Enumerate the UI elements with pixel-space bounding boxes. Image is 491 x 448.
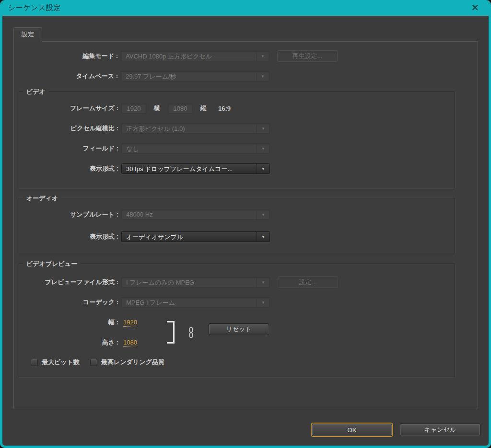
settings-panel: 編集モード : AVCHD 1080p 正方形ピクセル ▼ 再生設定... タイ…: [13, 41, 478, 409]
audio-group-legend: オーディオ: [23, 194, 61, 203]
pixel-aspect-label: ピクセル縦横比 :: [19, 124, 121, 133]
chevron-down-icon: ▼: [257, 210, 269, 219]
frame-size-row: フレームサイズ : 1920 横 1080 縦 16:9: [19, 103, 455, 114]
video-group-legend: ビデオ: [23, 88, 49, 96]
playback-settings-button: 再生設定...: [277, 50, 338, 62]
timebase-value: 29.97 フレーム/秒: [121, 71, 256, 81]
video-preview-group: ビデオプレビュー プレビューファイル形式 : I フレームのみの MPEG ▼ …: [19, 264, 455, 377]
editing-mode-select: AVCHD 1080p 正方形ピクセル ▼: [121, 51, 269, 61]
editing-mode-label: 編集モード :: [14, 52, 121, 60]
vertical-unit-label: 縦: [200, 104, 207, 113]
chevron-down-icon: ▼: [256, 71, 269, 81]
frame-height-input: 1080: [168, 103, 193, 114]
preview-file-format-select: I フレームのみの MPEG ▼: [121, 277, 270, 287]
ok-button[interactable]: OK: [312, 424, 392, 436]
preview-height-label: 高さ :: [19, 338, 121, 347]
sample-rate-label: サンプルレート :: [19, 210, 121, 219]
audio-display-format-label: 表示形式 :: [19, 232, 121, 241]
chevron-down-icon: ▼: [257, 298, 269, 307]
chevron-down-icon: ▼: [257, 277, 269, 287]
titlebar[interactable]: シーケンス設定 ✕: [2, 0, 489, 16]
sample-rate-row: サンプルレート : 48000 Hz ▼: [19, 209, 455, 220]
audio-display-format-select[interactable]: オーディオサンプル ▼: [121, 231, 270, 242]
close-icon[interactable]: ✕: [468, 1, 482, 14]
video-preview-group-legend: ビデオプレビュー: [23, 260, 81, 268]
audio-display-format-value: オーディオサンプル: [122, 232, 257, 241]
max-bit-depth-label: 最大ビット数: [42, 358, 80, 367]
pixel-aspect-row: ピクセル縦横比 : 正方形ピクセル (1.0) ▼: [19, 123, 455, 134]
codec-select: MPEG I フレーム ▼: [121, 297, 270, 308]
fields-value: なし: [122, 144, 257, 153]
max-render-quality-checkbox[interactable]: [90, 359, 97, 366]
preview-settings-button: 設定...: [278, 276, 338, 288]
dialog-footer: OK キャンセル: [2, 424, 480, 436]
video-display-format-value: 30 fps ドロップフレームタイムコー...: [122, 164, 257, 173]
fields-label: フィールド :: [19, 144, 121, 153]
video-display-format-row: 表示形式 : 30 fps ドロップフレームタイムコー... ▼: [19, 163, 455, 174]
horizontal-unit-label: 横: [154, 104, 160, 113]
max-bit-depth-checkbox[interactable]: [31, 359, 38, 366]
tab-settings[interactable]: 設定: [13, 27, 42, 42]
render-options-row: 最大ビット数 最高レンダリング品質: [31, 358, 455, 367]
chevron-down-icon: ▼: [257, 232, 269, 241]
preview-file-format-row: プレビューファイル形式 : I フレームのみの MPEG ▼ 設定...: [19, 276, 455, 288]
timebase-row: タイムベース : 29.97 フレーム/秒 ▼: [14, 70, 478, 82]
sample-rate-value: 48000 Hz: [122, 210, 257, 219]
preview-width-label: 幅 :: [19, 318, 121, 327]
audio-display-format-row: 表示形式 : オーディオサンプル ▼: [19, 231, 455, 242]
video-display-format-select[interactable]: 30 fps ドロップフレームタイムコー... ▼: [121, 163, 270, 174]
preview-file-format-label: プレビューファイル形式 :: [19, 278, 121, 287]
preview-file-format-value: I フレームのみの MPEG: [122, 277, 257, 287]
pixel-aspect-value: 正方形ピクセル (1.0): [122, 124, 257, 133]
fields-select: なし ▼: [121, 143, 270, 154]
sample-rate-select: 48000 Hz ▼: [121, 209, 270, 220]
video-display-format-label: 表示形式 :: [19, 164, 121, 173]
max-render-quality-label: 最高レンダリング品質: [101, 358, 164, 367]
chevron-down-icon: ▼: [257, 144, 269, 153]
chevron-down-icon: ▼: [257, 124, 269, 133]
audio-group: オーディオ サンプルレート : 48000 Hz ▼ 表示形式 : オーディオサ…: [19, 198, 455, 253]
cancel-button[interactable]: キャンセル: [400, 424, 480, 436]
timebase-select: 29.97 フレーム/秒 ▼: [121, 71, 269, 81]
preview-height-row: 高さ : 1080: [19, 337, 455, 348]
link-icon: [188, 327, 194, 340]
sequence-settings-dialog: シーケンス設定 ✕ 設定 編集モード : AVCHD 1080p 正方形ピクセル…: [0, 0, 491, 448]
editing-mode-row: 編集モード : AVCHD 1080p 正方形ピクセル ▼ 再生設定...: [14, 50, 478, 62]
frame-size-label: フレームサイズ :: [19, 104, 121, 113]
video-group: ビデオ フレームサイズ : 1920 横 1080 縦 16:9 ピクセル縦横比…: [19, 92, 455, 188]
preview-size-area: 幅 : 1920 高さ : 1080 リセット: [19, 317, 455, 348]
timebase-label: タイムベース :: [14, 72, 121, 80]
editing-mode-value: AVCHD 1080p 正方形ピクセル: [121, 51, 256, 61]
preview-width-value[interactable]: 1920: [123, 319, 137, 327]
codec-row: コーデック : MPEG I フレーム ▼: [19, 297, 455, 308]
preview-height-value[interactable]: 1080: [123, 339, 137, 347]
window-title: シーケンス設定: [8, 3, 61, 12]
reset-button[interactable]: リセット: [209, 323, 269, 335]
frame-width-input: 1920: [121, 103, 146, 114]
chevron-down-icon: ▼: [256, 51, 269, 61]
pixel-aspect-select: 正方形ピクセル (1.0) ▼: [121, 123, 270, 134]
codec-label: コーデック :: [19, 298, 121, 307]
chevron-down-icon: ▼: [257, 164, 269, 173]
fields-row: フィールド : なし ▼: [19, 143, 455, 154]
codec-value: MPEG I フレーム: [122, 298, 257, 307]
size-link-bracket: [167, 321, 175, 344]
aspect-ratio-value: 16:9: [218, 105, 231, 112]
